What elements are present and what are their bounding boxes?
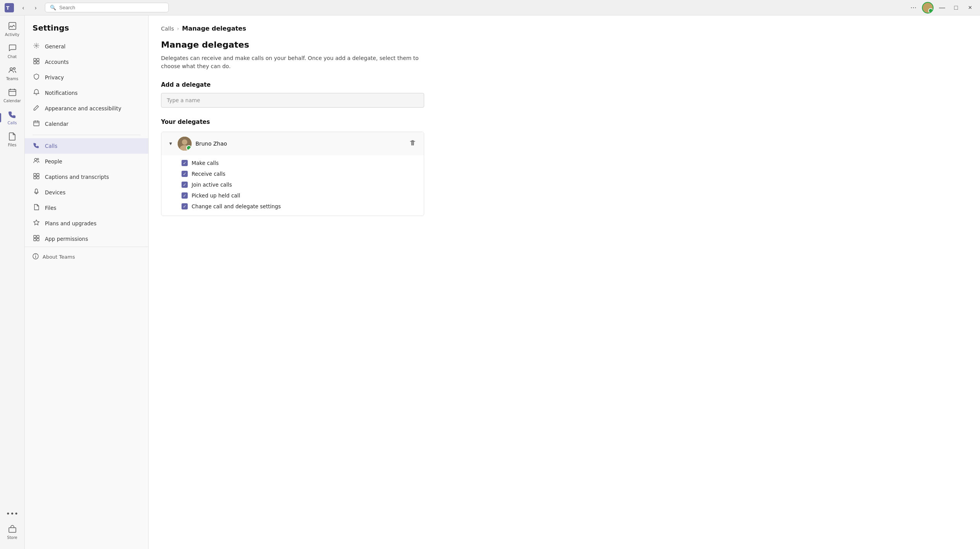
back-button[interactable]: ‹ <box>18 2 29 13</box>
store-icon <box>8 525 17 534</box>
svg-point-3 <box>10 68 12 70</box>
sidebar-item-teams[interactable]: Teams <box>2 63 23 84</box>
delegate-card: ▼ Bruno Zhao <box>161 132 424 216</box>
teams-logo-icon: T <box>5 3 14 12</box>
settings-item-appearance[interactable]: Appearance and accessibility <box>25 101 148 116</box>
more-options-button[interactable]: ⋯ <box>908 2 919 13</box>
add-delegate-section-title: Add a delegate <box>161 81 968 88</box>
calendar-settings-label: Calendar <box>45 121 69 127</box>
close-button[interactable]: ✕ <box>965 2 975 13</box>
change-settings-checkbox[interactable]: ✓ <box>182 203 188 209</box>
svg-point-20 <box>37 158 39 160</box>
titlebar-left: T ‹ › 🔍 <box>5 2 169 13</box>
files-icon <box>8 132 17 142</box>
breadcrumb-current: Manage delegates <box>182 25 246 32</box>
breadcrumb-separator: › <box>177 26 179 31</box>
svg-rect-24 <box>37 177 39 179</box>
minimize-button[interactable]: — <box>937 2 947 13</box>
sidebar-item-activity[interactable]: Activity <box>2 19 23 40</box>
receive-calls-checkbox[interactable]: ✓ <box>182 171 188 177</box>
page-description: Delegates can receive and make calls on … <box>161 54 424 70</box>
sidebar-item-chat[interactable]: Chat <box>2 41 23 62</box>
settings-panel: Settings General Accounts <box>25 15 149 549</box>
delegates-section: Your delegates ▼ Bruno Zhao <box>161 118 968 216</box>
change-settings-label: Change call and delegate settings <box>192 203 281 209</box>
join-active-checkbox[interactable]: ✓ <box>182 182 188 188</box>
search-input[interactable] <box>59 5 164 10</box>
svg-rect-28 <box>37 235 39 238</box>
files-settings-label: Files <box>45 205 57 211</box>
maximize-button[interactable]: □ <box>951 2 961 13</box>
appearance-label: Appearance and accessibility <box>45 105 121 112</box>
settings-item-files[interactable]: Files <box>25 200 148 216</box>
make-calls-checkbox[interactable]: ✓ <box>182 160 188 166</box>
svg-rect-15 <box>34 121 39 126</box>
general-icon <box>33 43 40 50</box>
pickup-held-checkbox[interactable]: ✓ <box>182 192 188 199</box>
user-avatar[interactable] <box>922 2 934 14</box>
svg-text:T: T <box>6 5 10 11</box>
titlebar: T ‹ › 🔍 ⋯ — □ ✕ <box>0 0 980 15</box>
collapse-delegate-button[interactable]: ▼ <box>168 140 174 147</box>
delegate-name-input[interactable]: Type a name <box>161 93 424 108</box>
captions-icon <box>33 173 40 181</box>
settings-item-captions[interactable]: Captions and transcripts <box>25 169 148 185</box>
activity-label: Activity <box>5 33 19 37</box>
settings-item-people[interactable]: People <box>25 154 148 169</box>
permissions-label: App permissions <box>45 236 88 242</box>
calendar-icon <box>8 88 17 98</box>
forward-button[interactable]: › <box>30 2 41 13</box>
sidebar-item-files[interactable]: Files <box>2 129 23 150</box>
about-teams-label: About Teams <box>43 254 75 260</box>
settings-item-privacy[interactable]: Privacy <box>25 70 148 85</box>
svg-rect-14 <box>37 62 39 64</box>
your-delegates-title: Your delegates <box>161 118 968 125</box>
sidebar-item-calendar[interactable]: Calendar <box>2 85 23 106</box>
files-label: Files <box>8 143 17 147</box>
svg-point-33 <box>35 255 36 256</box>
general-label: General <box>45 43 65 50</box>
svg-rect-11 <box>34 58 36 61</box>
main-content: Calls › Manage delegates Manage delegate… <box>149 15 980 549</box>
settings-item-permissions[interactable]: App permissions <box>25 231 148 247</box>
plans-icon <box>33 220 40 227</box>
svg-point-4 <box>13 68 15 70</box>
notifications-label: Notifications <box>45 90 78 96</box>
app-body: Activity Chat Teams <box>0 15 980 549</box>
settings-item-calendar[interactable]: Calendar <box>25 116 148 132</box>
calendar-settings-icon <box>33 120 40 128</box>
sidebar-item-store[interactable]: Store <box>2 522 23 543</box>
activity-icon <box>8 22 17 31</box>
more-apps-button[interactable]: ••• <box>2 506 22 522</box>
settings-item-notifications[interactable]: Notifications <box>25 85 148 101</box>
join-active-checkmark: ✓ <box>183 182 186 187</box>
calls-settings-icon <box>33 142 40 150</box>
delegate-permissions: ✓ Make calls ✓ Receive calls ✓ <box>161 155 424 216</box>
svg-point-19 <box>34 158 37 161</box>
delete-delegate-button[interactable] <box>408 138 418 149</box>
permission-receive-calls: ✓ Receive calls <box>182 171 416 177</box>
breadcrumb: Calls › Manage delegates <box>161 25 968 32</box>
settings-item-devices[interactable]: Devices <box>25 185 148 200</box>
permissions-icon <box>33 235 40 243</box>
notifications-icon <box>33 89 40 97</box>
people-label: People <box>45 158 62 165</box>
search-bar: 🔍 <box>45 3 169 12</box>
receive-calls-label: Receive calls <box>192 171 225 177</box>
privacy-label: Privacy <box>45 74 64 81</box>
settings-item-accounts[interactable]: Accounts <box>25 54 148 70</box>
permission-change-settings: ✓ Change call and delegate settings <box>182 203 416 209</box>
devices-icon <box>33 189 40 196</box>
captions-label: Captions and transcripts <box>45 174 109 180</box>
delegate-header-left: ▼ Bruno Zhao <box>168 137 403 151</box>
sidebar-item-calls[interactable]: Calls <box>2 107 23 128</box>
settings-item-general[interactable]: General <box>25 39 148 54</box>
breadcrumb-calls-link[interactable]: Calls <box>161 26 174 32</box>
search-icon: 🔍 <box>50 5 56 10</box>
permission-pickup-held: ✓ Picked up held call <box>182 192 416 199</box>
settings-item-plans[interactable]: Plans and upgrades <box>25 216 148 231</box>
about-teams-button[interactable]: About Teams <box>33 253 140 261</box>
plans-label: Plans and upgrades <box>45 220 96 226</box>
chat-icon <box>8 44 17 53</box>
settings-item-calls[interactable]: Calls <box>25 138 148 154</box>
